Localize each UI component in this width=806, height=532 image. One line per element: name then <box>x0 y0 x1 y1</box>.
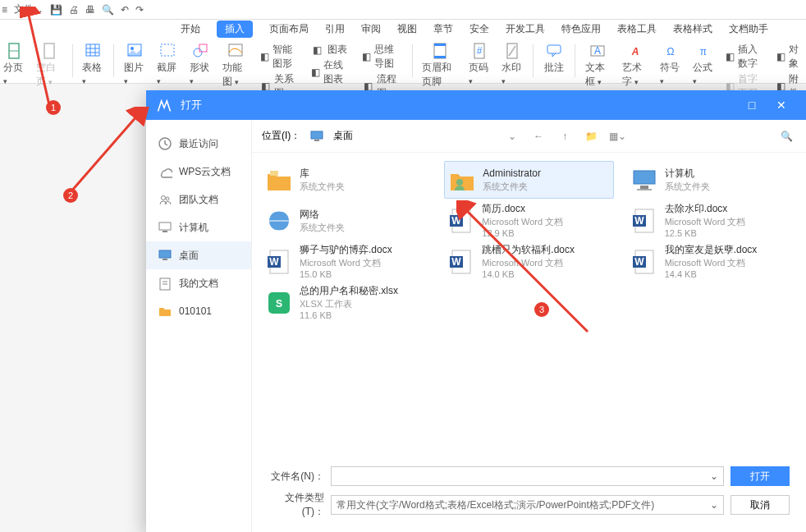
cancel-button[interactable]: 取消 <box>730 495 790 515</box>
wpscloud-icon <box>158 164 172 179</box>
file-item[interactable]: S总的用户名和秘密.xlsxXLSX 工作表11.6 KB <box>262 284 431 322</box>
ribbon-symbol[interactable]: Ω符号 ▾ <box>657 41 685 86</box>
file-icon: W <box>630 207 658 235</box>
open-button[interactable]: 打开 <box>730 466 790 486</box>
sidebar-item-mydocs[interactable]: 我的文档 <box>146 269 251 297</box>
file-icon: W <box>447 207 475 235</box>
file-icon: S <box>265 289 293 317</box>
file-icon: W <box>265 248 293 276</box>
recent-icon <box>158 136 172 151</box>
tab-引用[interactable]: 引用 <box>325 22 345 36</box>
object-icon: ◧ <box>776 50 785 63</box>
redo-icon[interactable]: ↷ <box>135 4 144 16</box>
file-item[interactable]: W我的室友是妖孽.docxMicrosoft Word 文档14.4 KB <box>627 243 796 281</box>
ribbon-mindmap[interactable]: ◧思维导图 <box>362 43 401 71</box>
location-dropdown[interactable]: ⌄ <box>502 126 522 146</box>
ribbon-table[interactable]: 表格 ▾ <box>79 41 107 86</box>
back-button[interactable]: ← <box>529 126 548 146</box>
sidebar-item-recent[interactable]: 最近访问 <box>146 130 251 158</box>
tab-章节[interactable]: 章节 <box>433 22 453 36</box>
search-button[interactable]: 🔍 <box>776 126 796 146</box>
file-item[interactable]: W狮子与驴的博弈.docxMicrosoft Word 文档15.0 KB <box>262 243 431 281</box>
print-icon[interactable]: 🖶 <box>85 4 95 16</box>
sidebar-item-wpscloud[interactable]: WPS云文档 <box>146 158 251 186</box>
undo-icon[interactable]: ↶ <box>121 4 129 16</box>
svg-text:W: W <box>452 256 462 268</box>
tab-插入[interactable]: 插入 <box>217 21 253 38</box>
tab-视图[interactable]: 视图 <box>397 22 417 36</box>
ribbon-onlinechart[interactable]: ◧在线图表 <box>311 58 350 86</box>
ribbon-headerfooter[interactable]: 页眉和页脚 <box>419 41 460 89</box>
ribbon-wordart[interactable]: A艺术字 ▾ <box>619 41 652 89</box>
ribbon-page[interactable]: 分页 ▾ <box>0 41 28 86</box>
ribbon-comment[interactable]: 批注 <box>540 41 568 75</box>
wps-logo-icon <box>156 97 172 113</box>
file-item[interactable]: 网络系统文件夹 <box>262 202 431 240</box>
ribbon-blank[interactable]: 空白页 ▾ <box>33 41 66 89</box>
file-item[interactable]: W简历.docxMicrosoft Word 文档12.9 KB <box>444 202 613 240</box>
view-button[interactable]: ▦ ⌄ <box>607 126 627 146</box>
sidebar-item-folder010101[interactable]: 010101 <box>146 297 251 325</box>
sidebar-item-team[interactable]: 团队文档 <box>146 186 251 213</box>
tab-文档助手[interactable]: 文档助手 <box>729 22 768 36</box>
file-dropdown[interactable]: 文件 ⌄ <box>14 2 44 16</box>
tab-开发工具[interactable]: 开发工具 <box>506 22 545 36</box>
ribbon-screenshot[interactable]: 截屏 ▾ <box>153 41 181 86</box>
file-name: 网络 <box>300 209 345 222</box>
search-icon[interactable]: 🔍 <box>102 4 114 16</box>
print-preview-icon[interactable]: 🖨 <box>69 4 79 16</box>
ribbon-smart[interactable]: ◧智能图形 <box>260 43 300 71</box>
desktop-icon <box>307 126 327 146</box>
svg-rect-38 <box>270 171 278 176</box>
maximize-button[interactable]: □ <box>737 99 767 112</box>
ribbon-shapes[interactable]: 形状 ▾ <box>186 41 214 86</box>
filename-input[interactable]: ⌄ <box>331 466 724 486</box>
chevron-down-icon: ⌄ <box>35 4 44 16</box>
sidebar-item-label: 计算机 <box>179 221 208 235</box>
ribbon-picture[interactable]: 图片 ▾ <box>121 41 149 86</box>
tab-审阅[interactable]: 审阅 <box>361 22 381 36</box>
menu-icon[interactable]: ≡ <box>2 4 7 16</box>
tab-表格工具[interactable]: 表格工具 <box>617 22 657 36</box>
ribbon-chart[interactable]: ◧图表 <box>311 43 350 57</box>
ribbon-textbox[interactable]: A文本框 ▾ <box>582 41 615 89</box>
file-meta: Microsoft Word 文档 <box>665 257 758 268</box>
tab-页面布局[interactable]: 页面布局 <box>269 22 309 36</box>
file-icon: W <box>630 248 658 276</box>
tab-表格样式[interactable]: 表格样式 <box>673 22 712 36</box>
filetype-select[interactable]: 常用文件(文字/Word格式;表格/Excel格式;演示/PowerPoint格… <box>331 495 724 515</box>
ribbon-pagenum[interactable]: #页码 ▾ <box>465 41 493 86</box>
tab-安全[interactable]: 安全 <box>469 22 489 36</box>
smart-icon: ◧ <box>260 50 269 63</box>
equation-icon: π <box>693 41 714 59</box>
file-meta: 系统文件夹 <box>300 181 345 192</box>
sidebar-item-computer[interactable]: 计算机 <box>146 213 251 241</box>
file-name: 计算机 <box>665 167 710 181</box>
ribbon-functionchart[interactable]: 功能图 ▾ <box>219 41 252 89</box>
comment-icon <box>543 41 565 59</box>
tab-开始[interactable]: 开始 <box>181 22 200 36</box>
file-item[interactable]: W跳槽只为软福利.docxMicrosoft Word 文档14.0 KB <box>444 243 613 281</box>
svg-rect-37 <box>314 140 319 141</box>
file-name: 库 <box>300 167 345 181</box>
file-item[interactable]: 库系统文件夹 <box>262 161 431 199</box>
file-item[interactable]: 计算机系统文件夹 <box>627 161 796 199</box>
save-icon[interactable]: 💾 <box>50 4 62 16</box>
tab-特色应用[interactable]: 特色应用 <box>561 22 601 36</box>
svg-text:W: W <box>452 215 462 227</box>
ribbon-equation[interactable]: π公式 ▾ <box>689 41 717 86</box>
up-button[interactable]: ↑ <box>555 126 575 146</box>
ribbon-watermark[interactable]: 水印 ▾ <box>498 41 526 86</box>
svg-point-39 <box>456 179 463 186</box>
ribbon-insertnum[interactable]: ◧插入数字 <box>726 43 765 71</box>
ribbon-object[interactable]: ◧对象 <box>776 43 803 71</box>
sidebar-item-desktop[interactable]: 桌面 <box>146 241 251 269</box>
svg-rect-10 <box>161 44 174 56</box>
newfolder-button[interactable]: 📁 <box>581 126 601 146</box>
file-item[interactable]: W去除水印.docxMicrosoft Word 文档12.5 KB <box>627 202 796 240</box>
close-button[interactable]: ✕ <box>767 99 796 112</box>
file-meta: Microsoft Word 文档 <box>300 257 392 268</box>
page-icon <box>3 41 25 59</box>
file-item[interactable]: Administrator系统文件夹 <box>444 161 613 199</box>
svg-rect-40 <box>634 171 655 184</box>
